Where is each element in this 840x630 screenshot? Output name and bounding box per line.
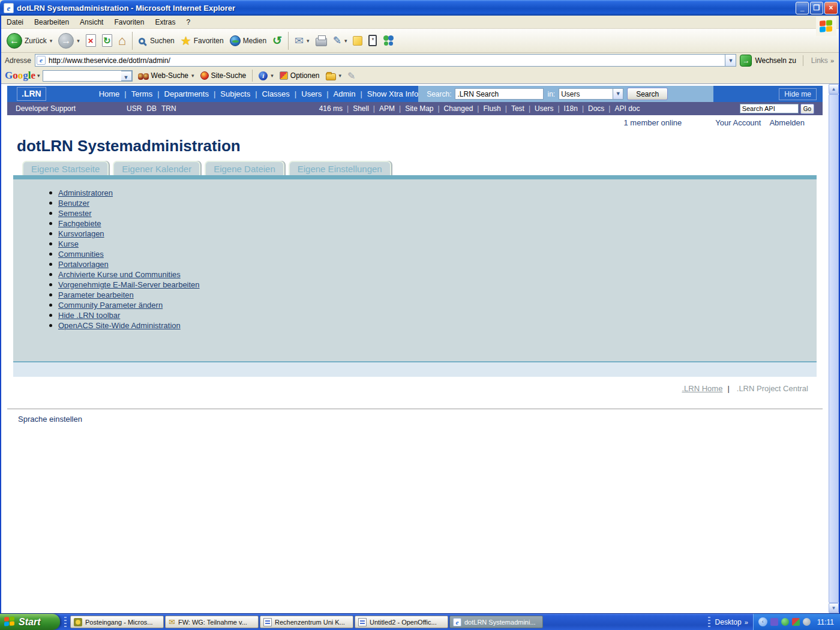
- options-button[interactable]: Optionen: [277, 70, 323, 81]
- link-semester[interactable]: Semester: [58, 209, 92, 218]
- tab-eigener-kalender[interactable]: Eigener Kalender: [113, 161, 200, 175]
- start-button[interactable]: Start: [0, 614, 60, 630]
- go-button[interactable]: → Wechseln zu: [740, 55, 796, 67]
- lrn-home-link[interactable]: .LRN Home: [682, 384, 722, 393]
- search-scope-select[interactable]: Users ▼: [559, 88, 623, 100]
- web-search-dropdown-icon[interactable]: ▾: [191, 73, 194, 79]
- link-email-server[interactable]: Vorgenehmigte E-Mail-Server bearbeiten: [58, 280, 200, 289]
- scroll-up-icon[interactable]: ▲: [829, 84, 839, 94]
- nav-users[interactable]: Users: [290, 89, 322, 98]
- set-language-link[interactable]: Sprache einstellen: [18, 415, 823, 424]
- messenger-button[interactable]: [380, 34, 398, 47]
- nav-classes[interactable]: Classes: [250, 89, 290, 98]
- dev-link-flush[interactable]: Flush: [473, 104, 500, 113]
- links-chevron-icon[interactable]: »: [830, 57, 834, 64]
- forward-dropdown-icon[interactable]: ▾: [77, 38, 80, 44]
- print-button[interactable]: [313, 34, 330, 47]
- api-search-go-button[interactable]: Go: [800, 104, 814, 114]
- folder-dropdown-icon[interactable]: ▾: [339, 73, 342, 79]
- dev-link-db[interactable]: DB: [146, 104, 157, 113]
- site-search-button[interactable]: Site-Suche: [197, 70, 250, 81]
- lrn-search-input[interactable]: [455, 88, 544, 100]
- task-untitled2-openoffice[interactable]: Untitled2 - OpenOffic...: [355, 616, 448, 628]
- google-search-input[interactable]: ▼: [43, 70, 133, 82]
- developer-support-label[interactable]: Developer Support: [16, 104, 127, 113]
- links-toolbar-label[interactable]: Links: [811, 56, 828, 65]
- menu-datei[interactable]: Datei: [1, 17, 29, 28]
- dev-link-trn[interactable]: TRN: [161, 104, 176, 113]
- lrn-logo[interactable]: .LRN: [17, 87, 46, 101]
- dev-link-users[interactable]: Users: [524, 104, 553, 113]
- forward-button[interactable]: → ▾: [55, 32, 83, 50]
- google-logo[interactable]: Google: [5, 70, 35, 82]
- link-benutzer[interactable]: Benutzer: [58, 199, 89, 208]
- web-search-button[interactable]: Web-Suche ▾: [135, 70, 197, 81]
- lrn-project-central-link[interactable]: .LRN Project Central: [722, 384, 808, 393]
- vertical-scrollbar[interactable]: ▲ ▼: [829, 84, 839, 613]
- menu-extras[interactable]: Extras: [149, 17, 181, 28]
- restore-button[interactable]: ❐: [810, 2, 823, 14]
- google-dropdown-icon[interactable]: ▾: [37, 73, 40, 79]
- hide-me-link[interactable]: Hide me: [779, 88, 817, 100]
- link-fachgebiete[interactable]: Fachgebiete: [58, 219, 101, 228]
- address-dropdown-icon[interactable]: ▼: [725, 54, 736, 67]
- nav-admin[interactable]: Admin: [322, 89, 355, 98]
- link-kursvorlagen[interactable]: Kursvorlagen: [58, 229, 104, 238]
- link-hide-lrn-toolbar[interactable]: Hide .LRN toolbar: [58, 311, 120, 320]
- nav-terms[interactable]: Terms: [119, 89, 152, 98]
- tray-app-icon[interactable]: [770, 618, 778, 626]
- info-dropdown-icon[interactable]: ▾: [271, 73, 274, 79]
- dev-link-docs[interactable]: Docs: [578, 104, 604, 113]
- tray-volume-icon[interactable]: [803, 618, 811, 626]
- fullscreen-button[interactable]: *: [365, 34, 380, 47]
- search-button[interactable]: Suchen: [136, 35, 178, 46]
- dev-link-api-doc[interactable]: API doc: [604, 104, 640, 113]
- nav-departments[interactable]: Departments: [152, 89, 209, 98]
- nav-subjects[interactable]: Subjects: [209, 89, 250, 98]
- link-administratoren[interactable]: Administratoren: [58, 188, 113, 197]
- tray-network-icon[interactable]: [781, 618, 789, 626]
- nav-show-xtra-info[interactable]: Show Xtra Info: [355, 89, 418, 98]
- hide-tray-icons-button[interactable]: ‹: [758, 617, 767, 626]
- stop-button[interactable]: ×: [83, 33, 99, 48]
- link-portalvorlagen[interactable]: Portalvorlagen: [58, 260, 109, 269]
- up-folder-button[interactable]: ▾: [323, 70, 345, 82]
- link-archivierte-kurse[interactable]: Archivierte Kurse und Communities: [58, 270, 181, 279]
- edit-button[interactable]: ✎ ▾: [330, 34, 350, 47]
- favorites-button[interactable]: ★ Favoriten: [178, 34, 227, 48]
- desktop-chevron-icon[interactable]: »: [745, 619, 748, 626]
- media-button[interactable]: Medien: [227, 34, 269, 47]
- back-dropdown-icon[interactable]: ▾: [50, 38, 53, 44]
- desktop-toolbar-handle[interactable]: [708, 617, 710, 628]
- taskbar-drag-handle[interactable]: [64, 617, 67, 628]
- menu-ansicht[interactable]: Ansicht: [74, 17, 109, 28]
- link-communities[interactable]: Communities: [58, 250, 104, 259]
- tab-eigene-startseite[interactable]: Eigene Startseite: [22, 161, 109, 175]
- task-posteingang[interactable]: Posteingang - Micros...: [70, 616, 164, 628]
- scrollbar-thumb[interactable]: [829, 94, 839, 603]
- refresh-button[interactable]: ↻: [99, 33, 115, 48]
- tray-program-icon[interactable]: [792, 618, 800, 626]
- highlight-button[interactable]: ✎: [344, 69, 358, 83]
- menu-favoriten[interactable]: Favoriten: [109, 17, 149, 28]
- back-button[interactable]: ← Zurück ▾: [4, 32, 55, 50]
- dev-link-shell[interactable]: Shell: [343, 104, 369, 113]
- edit-dropdown-icon[interactable]: ▾: [344, 38, 347, 44]
- link-community-parameter[interactable]: Community Parameter ändern: [58, 301, 163, 310]
- logout-link[interactable]: Abmelden: [769, 118, 805, 127]
- menu-help[interactable]: ?: [181, 17, 196, 28]
- task-fw-wg-teilnahme[interactable]: ✉ FW: WG: Teilnahme v...: [165, 616, 259, 628]
- link-kurse[interactable]: Kurse: [58, 239, 79, 248]
- dev-link-changed[interactable]: Changed: [433, 104, 473, 113]
- google-input-dropdown-icon[interactable]: ▼: [121, 71, 132, 81]
- menu-bearbeiten[interactable]: Bearbeiten: [29, 17, 74, 28]
- close-button[interactable]: ×: [824, 2, 838, 14]
- home-button[interactable]: ⌂: [115, 33, 129, 49]
- minimize-button[interactable]: _: [796, 2, 809, 14]
- mail-dropdown-icon[interactable]: ▾: [307, 38, 310, 44]
- dev-link-site-map[interactable]: Site Map: [395, 104, 433, 113]
- dev-link-usr[interactable]: USR: [127, 104, 142, 113]
- your-account-link[interactable]: Your Account: [715, 118, 761, 127]
- history-button[interactable]: ↺: [269, 34, 285, 47]
- task-rechenzentrum[interactable]: Rechenzentrum Uni K...: [260, 616, 353, 628]
